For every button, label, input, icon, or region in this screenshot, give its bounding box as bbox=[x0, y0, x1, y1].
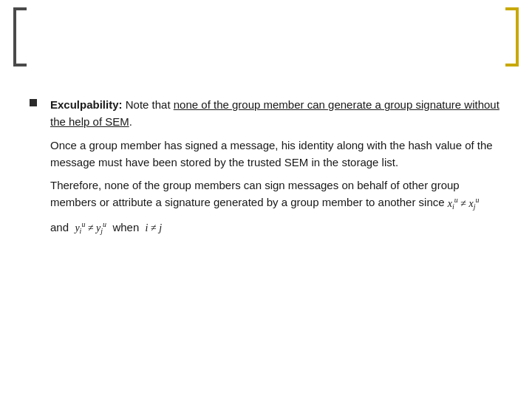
slide-container: Exculpability: Note that none of the gro… bbox=[0, 0, 532, 399]
math-yi-yj: yiu ≠ yju bbox=[75, 219, 106, 237]
text-once: Once a group member has signed a message… bbox=[50, 139, 493, 168]
text-therefore: Therefore, none of the group members can… bbox=[50, 179, 460, 208]
label-exculpability: Exculpability: bbox=[50, 98, 123, 111]
bracket-top-right-decoration bbox=[505, 7, 519, 66]
content-area: Exculpability: Note that none of the gro… bbox=[30, 96, 502, 243]
math-i-neq-j: i ≠ j bbox=[146, 220, 162, 236]
text-when: when bbox=[112, 221, 139, 233]
text-block: Exculpability: Note that none of the gro… bbox=[50, 96, 502, 243]
paragraph-therefore: Therefore, none of the group members can… bbox=[50, 177, 502, 213]
paragraph-signed-message: Once a group member has signed a message… bbox=[50, 137, 502, 171]
paragraph-and-when: and yiu ≠ yju when i ≠ j bbox=[50, 219, 502, 237]
bullet-point bbox=[30, 99, 37, 106]
bracket-top-left-decoration bbox=[13, 7, 27, 66]
text-and: and bbox=[50, 221, 69, 233]
math-xi-xj: xiu ≠ xju bbox=[448, 194, 480, 213]
paragraph-exculpability-definition: Exculpability: Note that none of the gro… bbox=[50, 96, 502, 131]
